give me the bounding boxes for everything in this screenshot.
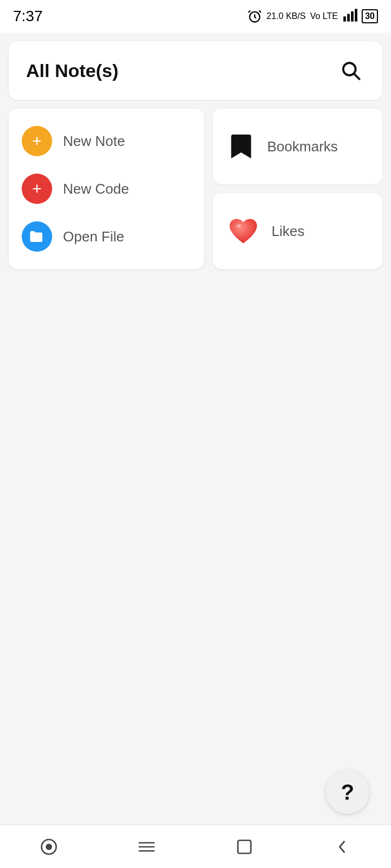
new-code-button[interactable]: + New Code — [22, 174, 191, 204]
new-note-label: New Note — [63, 133, 125, 150]
new-code-label: New Code — [63, 181, 129, 197]
bookmarks-button[interactable]: Bookmarks — [213, 108, 382, 184]
page-title: All Note(s) — [26, 60, 118, 81]
heart-icon — [228, 216, 258, 246]
menu-lines-icon — [137, 837, 156, 857]
svg-rect-13 — [238, 840, 251, 853]
nav-menu-button[interactable] — [130, 831, 163, 863]
nav-square-button[interactable] — [228, 831, 261, 863]
new-code-icon-circle: + — [22, 174, 52, 204]
right-column: Bookmarks Likes — [213, 108, 382, 269]
svg-point-9 — [47, 844, 52, 849]
heart-icon-container — [226, 214, 261, 248]
bookmarks-label: Bookmarks — [267, 138, 338, 155]
svg-rect-4 — [355, 9, 358, 21]
search-icon — [339, 59, 362, 82]
new-note-icon-circle: + — [22, 126, 52, 156]
likes-label: Likes — [272, 223, 305, 240]
home-circle-icon — [39, 837, 59, 857]
battery-indicator: 30 — [362, 9, 378, 23]
folder-icon — [29, 228, 45, 245]
search-button[interactable] — [337, 56, 365, 85]
nav-home-button[interactable] — [33, 831, 65, 863]
data-speed: 21.0 KB/S — [267, 11, 306, 21]
bookmark-icon — [229, 132, 253, 161]
likes-button[interactable]: Likes — [213, 193, 382, 269]
help-fab[interactable]: ? — [326, 770, 369, 814]
left-action-card: + New Note + New Code Open File — [9, 108, 204, 269]
svg-rect-1 — [344, 16, 346, 21]
new-note-button[interactable]: + New Note — [22, 126, 191, 156]
svg-rect-2 — [348, 14, 350, 21]
header: All Note(s) — [9, 41, 382, 100]
nav-back-button[interactable] — [326, 831, 358, 863]
status-bar: 7:37 21.0 KB/S Vo LTE 30 — [0, 0, 391, 33]
bottom-nav — [0, 825, 391, 868]
alarm-icon — [247, 9, 262, 24]
back-triangle-icon — [332, 837, 352, 857]
signal-icon — [342, 8, 357, 25]
bookmark-icon-container — [226, 131, 256, 162]
status-time: 7:37 — [13, 8, 43, 25]
svg-line-6 — [354, 74, 360, 79]
main-grid: + New Note + New Code Open File — [0, 100, 391, 278]
svg-rect-3 — [351, 11, 354, 22]
open-file-label: Open File — [63, 228, 124, 245]
network-type: Vo LTE — [310, 11, 338, 21]
status-icons: 21.0 KB/S Vo LTE 30 — [247, 8, 378, 25]
open-file-button[interactable]: Open File — [22, 221, 191, 252]
help-fab-label: ? — [341, 780, 354, 805]
square-icon — [235, 837, 254, 857]
open-file-icon-circle — [22, 221, 52, 252]
